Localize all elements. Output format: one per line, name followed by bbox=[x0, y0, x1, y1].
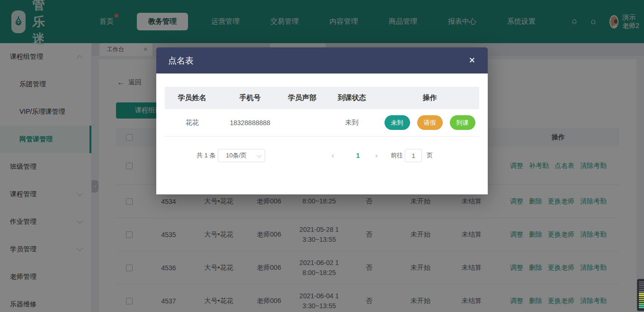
next-page-button[interactable]: › bbox=[375, 149, 378, 162]
student-phone: 18328888888 bbox=[219, 119, 281, 127]
mark-attend-button[interactable]: 到课 bbox=[450, 115, 475, 130]
attend-status: 未到 bbox=[323, 119, 380, 127]
column-header-actions: 操作 bbox=[380, 93, 479, 102]
column-header-voice-part: 学员声部 bbox=[281, 93, 323, 102]
close-icon[interactable]: ✕ bbox=[469, 55, 475, 65]
pagination-total: 共 1 条 bbox=[197, 149, 215, 162]
pagination: 共 1 条 10条/页 ‹ 1 › 前往 页 bbox=[165, 149, 479, 162]
chevron-down-icon bbox=[257, 153, 262, 158]
roll-call-modal: 点名表 ✕ 学员姓名 手机号 学员声部 到课状态 操作 花花 183288888… bbox=[156, 47, 488, 194]
modal-table-header: 学员姓名 手机号 学员声部 到课状态 操作 bbox=[165, 87, 479, 109]
column-header-student-name: 学员姓名 bbox=[165, 93, 219, 102]
column-header-phone: 手机号 bbox=[219, 93, 281, 102]
modal-table-row: 花花 18328888888 未到 未到 请假 到课 bbox=[165, 109, 479, 137]
prev-page-button[interactable]: ‹ bbox=[331, 149, 334, 162]
modal-body: 学员姓名 手机号 学员声部 到课状态 操作 花花 18328888888 未到 … bbox=[156, 73, 488, 162]
stripe-meter-widget bbox=[637, 279, 644, 311]
mark-absent-button[interactable]: 未到 bbox=[385, 115, 410, 130]
page-unit-label: 页 bbox=[427, 149, 433, 162]
student-name: 花花 bbox=[165, 119, 219, 127]
modal-header: 点名表 ✕ bbox=[156, 47, 488, 73]
modal-title: 点名表 bbox=[168, 55, 194, 66]
page-size-select[interactable]: 10条/页 bbox=[218, 149, 265, 162]
goto-page-input[interactable] bbox=[405, 149, 422, 162]
current-page[interactable]: 1 bbox=[356, 149, 360, 162]
mark-leave-button[interactable]: 请假 bbox=[417, 115, 443, 130]
column-header-attend-status: 到课状态 bbox=[323, 93, 380, 102]
goto-label: 前往 bbox=[391, 149, 403, 162]
